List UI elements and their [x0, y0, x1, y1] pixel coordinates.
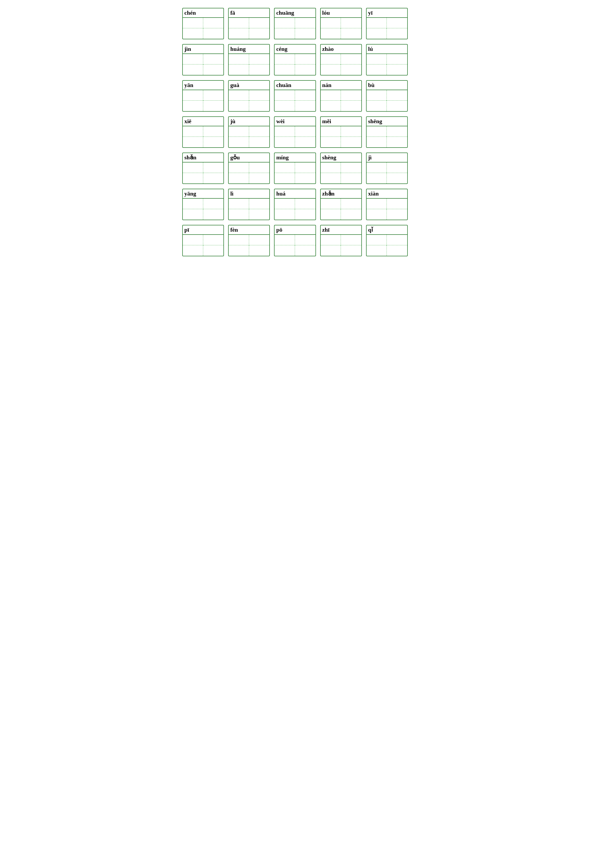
- card-cell: [203, 137, 224, 147]
- card-cell: [249, 137, 269, 147]
- card-label: chén: [183, 8, 223, 18]
- card-body: [229, 54, 269, 75]
- pinyin-card: shēng: [366, 117, 408, 148]
- card-cell: [249, 235, 269, 245]
- pinyin-card: chuāng: [274, 8, 316, 39]
- card-body: [183, 54, 223, 75]
- card-cell: [183, 126, 203, 137]
- card-cell: [275, 28, 295, 39]
- card-cell: [183, 65, 203, 75]
- card-label: céng: [275, 44, 315, 54]
- pinyin-card: gǒu: [228, 152, 270, 184]
- card-cell: [295, 199, 315, 209]
- card-label: nán: [321, 81, 361, 90]
- card-cell: [367, 54, 387, 65]
- card-cell: [295, 100, 315, 111]
- card-label: jìn: [183, 44, 223, 54]
- card-label: xiàn: [367, 189, 407, 199]
- card-label: wèi: [275, 117, 315, 126]
- card-cell: [387, 209, 407, 220]
- card-cell: [229, 235, 249, 245]
- card-body: [321, 18, 361, 39]
- pinyin-card: yāng: [182, 189, 224, 220]
- card-cell: [275, 235, 295, 245]
- pinyin-card: chén: [182, 8, 224, 39]
- card-cell: [203, 18, 224, 28]
- card-cell: [203, 65, 224, 75]
- card-cell: [367, 18, 387, 28]
- card-cell: [387, 235, 407, 245]
- card-label: xiē: [183, 117, 223, 126]
- card-body: [367, 54, 407, 75]
- card-body: [367, 199, 407, 220]
- pinyin-card: fā: [228, 8, 270, 39]
- card-body: [321, 235, 361, 256]
- card-cell: [321, 65, 341, 75]
- pinyin-card: nán: [320, 80, 362, 112]
- card-cell: [321, 126, 341, 137]
- pinyin-card: huáng: [228, 44, 270, 75]
- card-label: guà: [229, 81, 269, 90]
- pinyin-card: jìn: [182, 44, 224, 75]
- card-label: pī: [183, 225, 223, 235]
- card-cell: [367, 199, 387, 209]
- card-body: [367, 235, 407, 256]
- card-cell: [229, 199, 249, 209]
- card-cell: [387, 245, 407, 256]
- card-cell: [229, 173, 249, 183]
- card-cell: [341, 18, 361, 28]
- card-cell: [275, 162, 295, 173]
- card-cell: [275, 18, 295, 28]
- card-cell: [183, 173, 203, 183]
- card-cell: [183, 162, 203, 173]
- pinyin-card: měi: [320, 117, 362, 148]
- card-cell: [295, 54, 315, 65]
- card-cell: [183, 199, 203, 209]
- card-body: [321, 90, 361, 111]
- pinyin-card: shèng: [320, 152, 362, 184]
- card-cell: [321, 28, 341, 39]
- card-cell: [387, 162, 407, 173]
- card-cell: [203, 90, 224, 100]
- card-label: gǒu: [229, 153, 269, 162]
- card-body: [275, 162, 315, 183]
- card-label: chuāng: [275, 8, 315, 18]
- card-cell: [183, 235, 203, 245]
- card-label: jù: [229, 117, 269, 126]
- card-label: fā: [229, 8, 269, 18]
- card-cell: [249, 199, 269, 209]
- card-cell: [183, 209, 203, 220]
- card-cell: [275, 209, 295, 220]
- card-cell: [229, 209, 249, 220]
- card-cell: [249, 245, 269, 256]
- card-cell: [341, 65, 361, 75]
- card-cell: [183, 54, 203, 65]
- card-label: měi: [321, 117, 361, 126]
- card-cell: [321, 18, 341, 28]
- card-cell: [295, 245, 315, 256]
- card-cell: [183, 100, 203, 111]
- card-cell: [229, 245, 249, 256]
- card-cell: [321, 90, 341, 100]
- card-label: lóu: [321, 8, 361, 18]
- card-cell: [367, 245, 387, 256]
- card-cell: [275, 199, 295, 209]
- card-cell: [249, 100, 269, 111]
- card-cell: [229, 65, 249, 75]
- card-cell: [387, 54, 407, 65]
- card-cell: [249, 162, 269, 173]
- pinyin-card: céng: [274, 44, 316, 75]
- card-body: [183, 199, 223, 220]
- card-cell: [367, 90, 387, 100]
- card-body: [367, 162, 407, 183]
- card-cell: [249, 18, 269, 28]
- pinyin-card: lì: [228, 189, 270, 220]
- pinyin-card: qǐ: [366, 225, 408, 256]
- card-cell: [367, 235, 387, 245]
- card-cell: [387, 137, 407, 147]
- card-cell: [183, 90, 203, 100]
- card-body: [321, 126, 361, 147]
- pinyin-card: yān: [182, 80, 224, 112]
- card-cell: [367, 162, 387, 173]
- card-cell: [203, 245, 224, 256]
